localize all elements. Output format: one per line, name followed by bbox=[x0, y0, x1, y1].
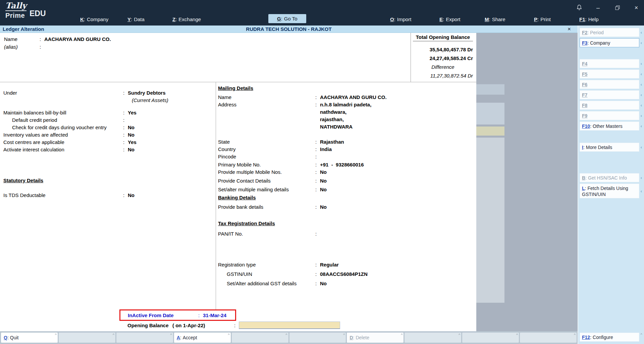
field-label: Activate interest calculation bbox=[3, 146, 123, 153]
f6-button[interactable]: F6 bbox=[580, 80, 639, 89]
fetch-details-gstin-button[interactable]: L:Fetch Details Using GSTIN/UIN bbox=[580, 184, 639, 198]
field-row: Check for credit days during voucher ent… bbox=[3, 124, 214, 131]
separator: : bbox=[315, 177, 320, 185]
f9-button[interactable]: F9 bbox=[580, 111, 639, 120]
separator: : bbox=[583, 145, 585, 150]
field-label: Is TDS Deductable bbox=[3, 192, 123, 199]
field-value[interactable]: No bbox=[320, 177, 327, 185]
statutory-details-heading: Statutory Details bbox=[3, 177, 214, 184]
chevron-left-icon: ‹ bbox=[639, 145, 643, 150]
button-label: Delete bbox=[356, 335, 369, 340]
field-row: Maintain balances bill-by-bill : Yes bbox=[3, 109, 214, 116]
field-value[interactable]: No bbox=[128, 124, 135, 131]
menu-help[interactable]: F1:Help bbox=[579, 16, 599, 22]
company-button[interactable]: F3:Company bbox=[580, 38, 639, 47]
tds-row: Is TDS Deductable : No bbox=[3, 192, 214, 199]
screen-titlebar: Ledger Alteration RUDRA TECH SOLUTION - … bbox=[0, 26, 578, 33]
chevron-left-icon: ‹ bbox=[639, 40, 643, 45]
address-line[interactable]: n.h.8 lalmadri padeta, bbox=[320, 101, 371, 108]
f7-button[interactable]: F7 bbox=[580, 90, 639, 99]
configure-button[interactable]: F12:Configure bbox=[580, 333, 639, 342]
field-value[interactable]: No bbox=[128, 146, 135, 153]
field-label: (alias) bbox=[4, 43, 40, 51]
field-value[interactable]: 08AACCS6084P1ZN bbox=[320, 271, 368, 278]
period-button[interactable]: F2:Period bbox=[580, 28, 639, 37]
f4-button[interactable]: F4 bbox=[580, 59, 639, 68]
inactive-from-date-value[interactable]: 31-Mar-24 bbox=[203, 312, 226, 318]
menu-goto[interactable]: G:Go To bbox=[268, 14, 306, 23]
hotkey: F8 bbox=[582, 103, 587, 108]
minimize-button[interactable]: – bbox=[593, 3, 603, 13]
ledger-name-field[interactable]: AACHARYA AND GURU CO. bbox=[44, 36, 111, 43]
field-value[interactable]: Yes bbox=[128, 139, 137, 146]
menu-export[interactable]: E:Export bbox=[439, 16, 461, 22]
field-value[interactable]: No bbox=[320, 168, 327, 176]
field-row: Cost centres are applicable : Yes bbox=[3, 139, 214, 146]
field-value[interactable]: No bbox=[320, 203, 327, 211]
notification-bell-icon[interactable] bbox=[574, 3, 584, 13]
hotkey: Y bbox=[127, 16, 131, 22]
get-hsn-sac-info-button[interactable]: B:Get HSN/SAC Info bbox=[580, 173, 639, 182]
f5-button[interactable]: F5 bbox=[580, 69, 639, 79]
menu-company[interactable]: K:Company bbox=[80, 16, 108, 22]
separator: : bbox=[315, 186, 320, 193]
separator: : bbox=[180, 335, 181, 340]
separator: : bbox=[537, 16, 539, 22]
company-title: RUDRA TECH SOLUTION - RAJKOT bbox=[246, 26, 331, 32]
separator: : bbox=[123, 192, 128, 199]
name-row: Name : AACHARYA AND GURU CO. bbox=[4, 36, 111, 43]
field-value[interactable]: India bbox=[320, 146, 332, 153]
separator: : bbox=[585, 16, 587, 22]
field-value[interactable]: No bbox=[320, 186, 327, 193]
f8-button[interactable]: F8 bbox=[580, 101, 639, 110]
window-close-button[interactable]: × bbox=[631, 3, 641, 13]
field-value[interactable]: +91 - 9328660016 bbox=[320, 161, 364, 168]
more-details-button[interactable]: I:More Details bbox=[580, 143, 639, 152]
address-line[interactable]: NATHDWARA bbox=[320, 123, 353, 131]
hotkey: F2 bbox=[582, 30, 587, 35]
chevron-left-icon: ‹ bbox=[639, 189, 643, 194]
separator: : bbox=[315, 146, 320, 153]
separator: : bbox=[315, 168, 320, 176]
delete-button[interactable]: D:Delete ^ bbox=[347, 333, 404, 343]
menu-label: Import bbox=[397, 16, 412, 22]
button-label: More Details bbox=[586, 145, 612, 150]
sidebar-row: F8 ‹ bbox=[580, 101, 643, 110]
other-masters-button[interactable]: F10:Other Masters bbox=[580, 121, 639, 131]
menu-data[interactable]: Y:Data bbox=[127, 16, 145, 22]
menu-label: Print bbox=[540, 16, 551, 22]
quit-button[interactable]: Q:Quit ^ bbox=[1, 333, 58, 343]
address-row: nathdwara, bbox=[218, 108, 474, 116]
spacer bbox=[123, 97, 128, 104]
separator: : bbox=[315, 101, 320, 108]
field-row: Default credit period : bbox=[3, 116, 214, 124]
section-heading: Mailing Details bbox=[218, 85, 253, 92]
menu-share[interactable]: M:Share bbox=[485, 16, 505, 22]
menu-exchange[interactable]: Z:Exchange bbox=[172, 16, 201, 22]
field-value[interactable]: No bbox=[128, 192, 135, 199]
top-navbar: Tally Prime EDU K:Company Y:Data Z:Excha… bbox=[0, 0, 644, 26]
separator: : bbox=[234, 322, 239, 330]
field-value[interactable]: AACHARYA AND GURU CO. bbox=[320, 94, 387, 101]
menu-import[interactable]: O:Import bbox=[390, 16, 411, 22]
field-value[interactable]: No bbox=[128, 131, 135, 139]
pan-row: PAN/IT No. : bbox=[218, 230, 474, 238]
field-value[interactable]: No bbox=[320, 280, 327, 287]
accept-button[interactable]: A:Accept ^ bbox=[174, 333, 231, 343]
screen-close-icon[interactable]: × bbox=[568, 26, 571, 33]
field-value[interactable]: Rajasthan bbox=[320, 138, 344, 146]
separator: : bbox=[587, 30, 589, 35]
field-row: Provide Contact Details : No bbox=[218, 177, 474, 185]
address-row: rajasthan, bbox=[218, 116, 474, 123]
vertical-divider bbox=[216, 82, 216, 310]
field-value[interactable]: Yes bbox=[128, 109, 137, 116]
address-line[interactable]: nathdwara, bbox=[320, 108, 346, 116]
restore-button[interactable] bbox=[612, 3, 623, 13]
field-label: State bbox=[218, 138, 315, 146]
opening-balance-input[interactable] bbox=[239, 322, 340, 329]
field-value[interactable]: Regular bbox=[320, 261, 339, 268]
horizontal-divider bbox=[0, 82, 476, 82]
menu-print[interactable]: P:Print bbox=[534, 16, 551, 22]
under-field[interactable]: Sundry Debtors bbox=[128, 89, 166, 97]
address-line[interactable]: rajasthan, bbox=[320, 116, 344, 123]
